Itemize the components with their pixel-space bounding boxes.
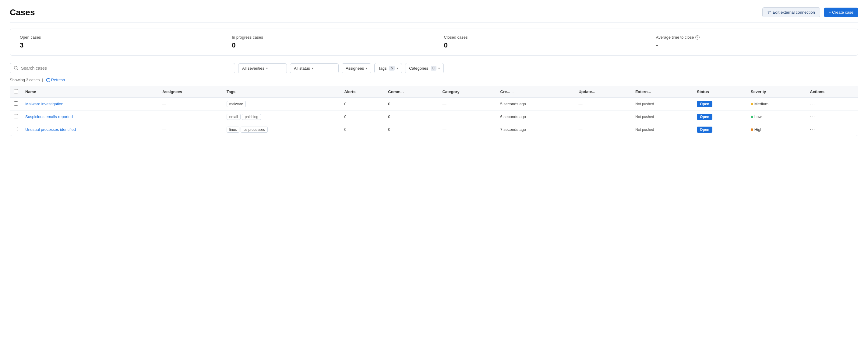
tags-chevron-icon: ▾ bbox=[397, 67, 398, 70]
avg-time-value: - bbox=[656, 41, 848, 49]
col-name: Name bbox=[22, 86, 159, 98]
row-checkbox[interactable] bbox=[14, 114, 18, 118]
category-cell: — bbox=[439, 110, 496, 123]
col-created[interactable]: Cre... ↓ bbox=[497, 86, 575, 98]
updated-value: — bbox=[578, 102, 582, 106]
updated-cell: — bbox=[575, 110, 632, 123]
refresh-button[interactable]: Refresh bbox=[46, 77, 65, 82]
category-value: — bbox=[442, 115, 446, 119]
external-status: Not pushed bbox=[635, 102, 654, 106]
categories-chevron-icon: ▾ bbox=[438, 67, 440, 70]
external-cell: Not pushed bbox=[632, 123, 693, 136]
tags-count-badge: 5 bbox=[389, 66, 395, 71]
case-name-link[interactable]: Malware investigation bbox=[25, 102, 63, 106]
col-assignees: Assignees bbox=[159, 86, 223, 98]
comments-cell: 0 bbox=[384, 123, 439, 136]
row-checkbox-cell bbox=[10, 110, 22, 123]
status-cell: Open bbox=[693, 123, 747, 136]
categories-count-badge: 0 bbox=[431, 66, 436, 71]
showing-text: Showing 3 cases bbox=[10, 77, 40, 82]
severity-chevron-icon: ▾ bbox=[266, 67, 268, 70]
row-actions-button[interactable]: ··· bbox=[810, 114, 816, 120]
search-input[interactable] bbox=[21, 66, 231, 71]
row-checkbox[interactable] bbox=[14, 101, 18, 105]
alerts-cell: 0 bbox=[341, 123, 384, 136]
created-cell: 5 seconds ago bbox=[497, 98, 575, 110]
status-cell: Open bbox=[693, 98, 747, 110]
category-value: — bbox=[442, 127, 446, 132]
external-cell: Not pushed bbox=[632, 110, 693, 123]
status-filter[interactable]: All status ▾ bbox=[290, 63, 339, 73]
tag-pill: malware bbox=[226, 101, 246, 107]
comments-cell: 0 bbox=[384, 110, 439, 123]
severity-dot bbox=[751, 116, 753, 118]
row-checkbox-cell bbox=[10, 98, 22, 110]
row-actions-button[interactable]: ··· bbox=[810, 101, 816, 107]
stat-open-cases: Open cases 3 bbox=[10, 35, 222, 49]
page-header: Cases ⇄ Edit external connection + Creat… bbox=[10, 7, 858, 17]
col-status: Status bbox=[693, 86, 747, 98]
severity-filter[interactable]: All severities ▾ bbox=[238, 63, 287, 73]
assignees-chevron-icon: ▾ bbox=[366, 67, 367, 70]
severity-label: High bbox=[754, 127, 763, 132]
updated-value: — bbox=[578, 127, 582, 132]
categories-filter[interactable]: Categories 0 ▾ bbox=[405, 63, 444, 73]
create-case-button[interactable]: + Create case bbox=[824, 8, 858, 17]
select-all-header[interactable] bbox=[10, 86, 22, 98]
select-all-checkbox[interactable] bbox=[14, 89, 18, 93]
case-name-link[interactable]: Unusual processes identified bbox=[25, 127, 76, 132]
status-badge: Open bbox=[697, 101, 712, 107]
status-badge: Open bbox=[697, 127, 712, 133]
case-name-cell: Malware investigation bbox=[22, 98, 159, 110]
col-updated: Update... bbox=[575, 86, 632, 98]
tags-filter[interactable]: Tags 5 ▾ bbox=[374, 63, 402, 73]
edit-connection-icon: ⇄ bbox=[768, 10, 771, 14]
alerts-cell: 0 bbox=[341, 98, 384, 110]
assignees-filter[interactable]: Assignees ▾ bbox=[342, 63, 371, 73]
external-status: Not pushed bbox=[635, 115, 654, 119]
assignees-cell: — bbox=[159, 98, 223, 110]
in-progress-label: In progress cases bbox=[232, 35, 424, 39]
case-name-cell: Unusual processes identified bbox=[22, 123, 159, 136]
created-cell: 6 seconds ago bbox=[497, 110, 575, 123]
assignees-cell: — bbox=[159, 110, 223, 123]
updated-value: — bbox=[578, 115, 582, 119]
status-chevron-icon: ▾ bbox=[312, 67, 313, 70]
severity-dot bbox=[751, 128, 753, 131]
row-actions-button[interactable]: ··· bbox=[810, 126, 816, 132]
open-cases-label: Open cases bbox=[20, 35, 212, 39]
row-checkbox[interactable] bbox=[14, 127, 18, 131]
assignees-cell: — bbox=[159, 123, 223, 136]
tags-cell: emailphishing bbox=[223, 110, 341, 123]
search-icon bbox=[14, 66, 19, 71]
stats-card: Open cases 3 In progress cases 0 Closed … bbox=[10, 29, 858, 56]
updated-cell: — bbox=[575, 123, 632, 136]
tags-cell: linuxos processes bbox=[223, 123, 341, 136]
svg-line-1 bbox=[17, 69, 18, 70]
page-title: Cases bbox=[10, 8, 35, 17]
col-actions: Actions bbox=[806, 86, 858, 98]
table-row: Malware investigation—malware00—5 second… bbox=[10, 98, 858, 110]
alerts-cell: 0 bbox=[341, 110, 384, 123]
severity-dot bbox=[751, 103, 753, 105]
stat-in-progress: In progress cases 0 bbox=[222, 35, 434, 49]
assignees-value: — bbox=[162, 115, 166, 119]
cases-table: Name Assignees Tags Alerts Comm... Categ… bbox=[10, 86, 858, 136]
stat-avg-time: Average time to close ? - bbox=[646, 35, 858, 49]
avg-time-info-icon[interactable]: ? bbox=[695, 35, 700, 39]
open-cases-value: 3 bbox=[20, 41, 212, 49]
header-divider bbox=[10, 22, 858, 23]
closed-label: Closed cases bbox=[444, 35, 636, 39]
table-row: Unusual processes identified—linuxos pro… bbox=[10, 123, 858, 136]
assignees-value: — bbox=[162, 127, 166, 132]
refresh-icon bbox=[46, 78, 50, 82]
edit-connection-button[interactable]: ⇄ Edit external connection bbox=[762, 7, 820, 17]
status-cell: Open bbox=[693, 110, 747, 123]
case-name-link[interactable]: Suspicious emails reported bbox=[25, 115, 73, 119]
assignees-value: — bbox=[162, 102, 166, 106]
stat-closed: Closed cases 0 bbox=[434, 35, 646, 49]
tag-pill: linux bbox=[226, 127, 240, 133]
tag-pill: phishing bbox=[242, 114, 261, 120]
actions-cell: ··· bbox=[806, 123, 858, 136]
search-box[interactable] bbox=[10, 63, 235, 73]
